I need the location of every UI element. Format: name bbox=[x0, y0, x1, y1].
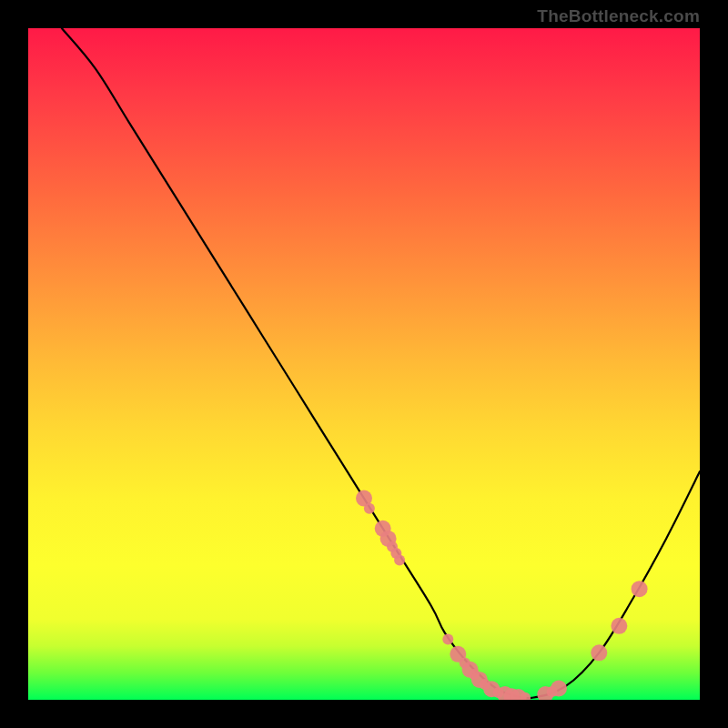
data-point bbox=[632, 581, 648, 597]
data-point bbox=[364, 503, 375, 514]
chart-overlay bbox=[28, 28, 700, 700]
data-point bbox=[551, 681, 567, 697]
data-point bbox=[611, 618, 627, 634]
curve-line bbox=[62, 28, 700, 698]
chart-frame: TheBottleneck.com bbox=[0, 0, 728, 728]
data-point bbox=[442, 634, 453, 645]
data-point bbox=[394, 555, 405, 566]
attribution-text: TheBottleneck.com bbox=[537, 6, 700, 26]
data-point bbox=[591, 644, 607, 661]
scatter-points bbox=[356, 490, 648, 700]
